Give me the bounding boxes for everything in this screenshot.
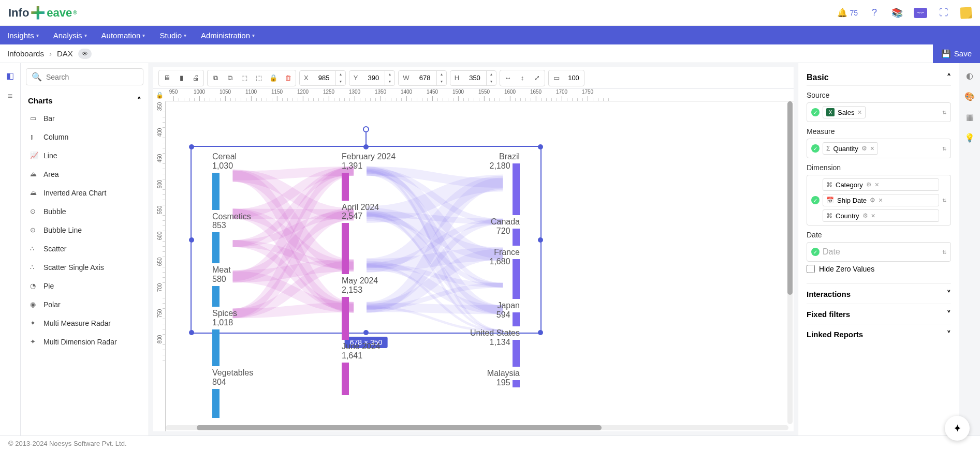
help-icon[interactable]: ? <box>868 7 881 19</box>
chart-type-bar[interactable]: ▭Bar <box>26 109 143 128</box>
h-down[interactable]: ▾ <box>487 78 496 85</box>
fixed-filters-section[interactable]: Fixed filters ˅ <box>807 304 951 324</box>
delete-icon[interactable]: 🗑 <box>281 71 295 85</box>
chart-type-line[interactable]: 📈Line <box>26 146 143 165</box>
x-down[interactable]: ▾ <box>336 78 345 85</box>
nav-insights[interactable]: Insights <box>7 31 39 40</box>
interactions-section[interactable]: Interactions ˅ <box>807 283 951 304</box>
search-box[interactable]: 🔍 <box>26 68 143 85</box>
opacity-input[interactable] <box>564 74 583 82</box>
component-rail-icon[interactable]: ▦ <box>963 111 976 123</box>
chevron-down-icon[interactable]: ⇅ <box>942 249 946 255</box>
chart-type-multi-measure-radar[interactable]: ✦Multi Measure Radar <box>26 314 143 333</box>
remove-source-icon[interactable]: × <box>858 108 862 116</box>
expand-icon[interactable]: ⤢ <box>530 71 544 85</box>
chart-type-column[interactable]: ⫿Column <box>26 128 143 146</box>
source-label: Source <box>807 91 951 99</box>
fit-width-icon[interactable]: ↔ <box>501 71 515 85</box>
measure-selector[interactable]: ✓ Σ Quantity ⚙ × ⇅ <box>807 139 951 158</box>
paste-icon[interactable]: ⧉ <box>223 71 237 85</box>
chart-type-polar[interactable]: ◉Polar <box>26 295 143 314</box>
desktop-view-icon[interactable]: 🖥 <box>160 71 173 85</box>
basic-section-header[interactable]: Basic ˄ <box>807 69 951 86</box>
remove-measure-icon[interactable]: × <box>870 144 874 153</box>
h-input[interactable] <box>463 74 486 82</box>
mobile-view-icon[interactable]: ▮ <box>174 71 188 85</box>
w-up[interactable]: ▴ <box>437 71 446 78</box>
gear-icon[interactable]: ⚙ <box>862 212 868 219</box>
x-input[interactable] <box>313 74 335 82</box>
y-down[interactable]: ▾ <box>385 78 394 85</box>
nav-automation[interactable]: Automation <box>101 31 145 40</box>
layers-rail-icon[interactable]: ≡ <box>4 90 17 102</box>
chart-type-inverted-area-chart[interactable]: ⛰Inverted Area Chart <box>26 184 143 202</box>
chart-type-scatter-single-axis[interactable]: ∴Scatter Single Axis <box>26 258 143 277</box>
chart-type-bubble[interactable]: ⊙Bubble <box>26 202 143 221</box>
canvas[interactable]: 678 × 350 Cereal1,030Cosmetics853Meat580… <box>166 101 794 431</box>
shapes-rail-icon[interactable]: ◧ <box>4 69 17 82</box>
h-scrollbar[interactable] <box>166 425 788 430</box>
print-icon[interactable]: 🖨 <box>189 71 202 85</box>
copy-icon[interactable]: ⧉ <box>209 71 222 85</box>
remove-icon[interactable]: × <box>875 181 879 189</box>
breadcrumb-root[interactable]: Infoboards <box>7 49 44 58</box>
chart-type-area[interactable]: ⛰Area <box>26 165 143 184</box>
bring-front-icon[interactable]: ⬚ <box>238 71 251 85</box>
y-input[interactable] <box>362 74 385 82</box>
send-back-icon[interactable]: ⬚ <box>252 71 266 85</box>
w-input[interactable] <box>414 74 436 82</box>
chart-type-pie[interactable]: ◔Pie <box>26 277 143 295</box>
source-selector[interactable]: ✓ X Sales × ⇅ <box>807 102 951 122</box>
w-down[interactable]: ▾ <box>437 78 446 85</box>
save-button[interactable]: 💾 Save <box>933 44 980 63</box>
gear-icon[interactable]: ⚙ <box>866 181 872 188</box>
check-icon: ✓ <box>811 108 820 116</box>
hide-zero-input[interactable] <box>807 265 815 273</box>
fullscreen-icon[interactable]: ⛶ <box>938 7 950 19</box>
search-input[interactable] <box>46 73 138 81</box>
theme-rail-icon[interactable]: ◐ <box>963 69 976 82</box>
linked-reports-section[interactable]: Linked Reports ˅ <box>807 324 951 344</box>
nav-analysis[interactable]: Analysis <box>53 31 87 40</box>
fit-height-icon[interactable]: ↕ <box>516 71 529 85</box>
remove-icon[interactable]: × <box>879 196 883 204</box>
hide-zero-checkbox[interactable]: Hide Zero Values <box>807 262 951 276</box>
sankey-node: February 20241,391 <box>342 152 396 201</box>
chevron-down-icon[interactable]: ⇅ <box>942 110 946 115</box>
x-up[interactable]: ▴ <box>336 71 345 78</box>
sticky-note-icon[interactable] <box>960 7 972 19</box>
lock-icon[interactable]: 🔒 <box>267 71 280 85</box>
nav-administration[interactable]: Administration <box>201 31 255 40</box>
remove-icon[interactable]: × <box>871 212 875 220</box>
date-selector[interactable]: ✓ Date ⇅ <box>807 242 951 262</box>
ruler-lock-icon[interactable]: 🔒 <box>153 89 166 101</box>
gear-icon[interactable]: ⚙ <box>870 197 875 204</box>
library-icon[interactable]: 📚 <box>891 7 903 19</box>
dimension-selector[interactable]: ✓ ⌘Category⚙×📅Ship Date⚙×⌘Country⚙× ⇅ <box>807 175 951 226</box>
chart-type-scatter[interactable]: ∴Scatter <box>26 239 143 258</box>
monitor-icon[interactable]: 〰 <box>914 8 927 18</box>
chart-type-bubble-line[interactable]: ⊙Bubble Line <box>26 221 143 239</box>
rotate-handle[interactable] <box>363 126 369 132</box>
dimension-tag[interactable]: ⌘Country⚙× <box>823 209 939 222</box>
nav-studio[interactable]: Studio <box>159 31 186 40</box>
app-logo[interactable]: Infoeave® <box>8 6 77 20</box>
dimension-tag[interactable]: ⌘Category⚙× <box>823 178 939 191</box>
notifications-button[interactable]: 🔔 75 <box>837 8 858 18</box>
preview-icon[interactable]: 👁 <box>78 49 92 59</box>
chart-type-multi-dimension-radar[interactable]: ✦Multi Dimension Radar <box>26 333 143 351</box>
selected-chart[interactable]: 678 × 350 Cereal1,030Cosmetics853Meat580… <box>191 146 542 334</box>
dimension-tag[interactable]: 📅Ship Date⚙× <box>823 194 939 206</box>
chevron-down-icon[interactable]: ⇅ <box>942 198 946 203</box>
idea-rail-icon[interactable]: 💡 <box>963 131 976 144</box>
chevron-down-icon[interactable]: ⇅ <box>942 146 946 152</box>
h-up[interactable]: ▴ <box>487 71 496 78</box>
palette-rail-icon[interactable]: 🎨 <box>963 90 976 102</box>
chart-icon: ∴ <box>30 263 38 272</box>
charts-section-header[interactable]: Charts ˄ <box>26 92 143 109</box>
v-scrollbar[interactable] <box>787 101 793 424</box>
measure-settings-icon[interactable]: ⚙ <box>861 145 867 152</box>
help-fab[interactable]: ✦ <box>945 416 970 441</box>
y-up[interactable]: ▴ <box>385 71 394 78</box>
battery-icon[interactable]: ▭ <box>550 71 563 85</box>
